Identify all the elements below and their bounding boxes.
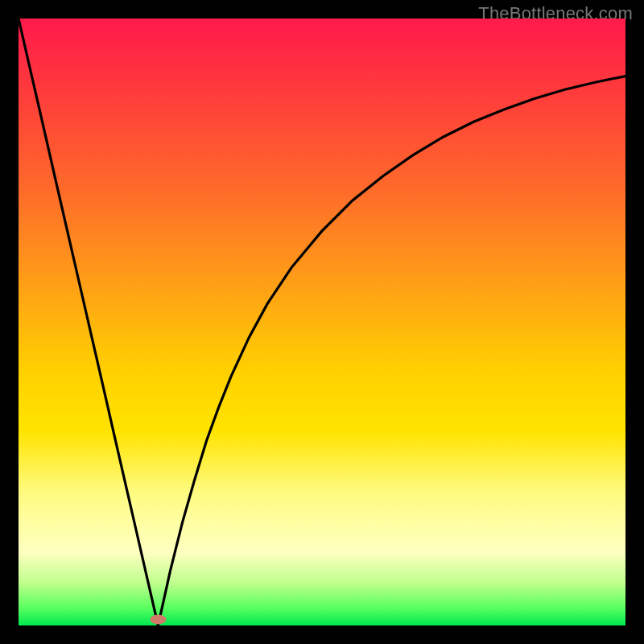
curve-right-branch <box>158 76 625 625</box>
chart-frame: TheBottleneck.com <box>0 0 644 644</box>
minimum-marker <box>150 615 166 625</box>
curve-left-branch <box>19 19 158 625</box>
plot-area <box>19 19 625 625</box>
bottleneck-curve <box>19 19 625 625</box>
